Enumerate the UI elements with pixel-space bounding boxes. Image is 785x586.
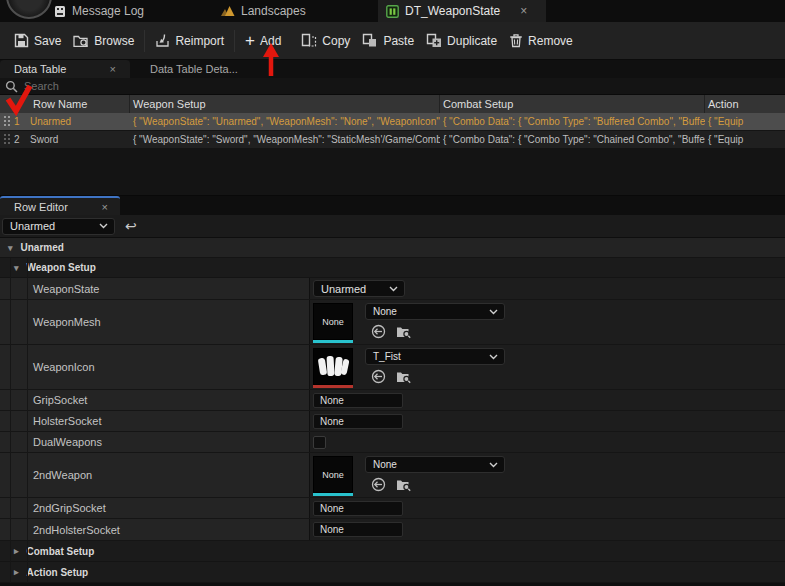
tab-dt-weaponstate[interactable]: DT_WeaponState × [378, 0, 546, 22]
2ndweapon-asset-dropdown[interactable]: None [365, 456, 505, 473]
browse-button[interactable]: Browse [71, 29, 136, 52]
property-label: GripSocket [0, 394, 87, 406]
column-header-action[interactable]: Action [705, 95, 785, 113]
property-label: DualWeapons [0, 436, 102, 448]
asset-type-underline [313, 493, 353, 496]
use-selected-asset-icon[interactable] [371, 369, 386, 384]
add-button[interactable]: + Add [243, 30, 283, 52]
property-row-2ndgripsocket: 2ndGripSocket [0, 498, 785, 519]
chevron-down-icon [489, 309, 498, 315]
tab-landscapes[interactable]: Landscapes [213, 0, 314, 22]
browse-label: Browse [94, 34, 134, 48]
tab-data-table[interactable]: Data Table × [0, 60, 130, 78]
reimport-button[interactable]: Reimport [153, 29, 226, 52]
section-unarmed[interactable]: ▾ Unarmed [0, 238, 785, 258]
unreal-data-table-editor: Message Log Landscapes DT_WeaponState × … [0, 0, 785, 586]
row-selector-bar: Unarmed ↩ [0, 215, 785, 238]
column-header-combat-setup[interactable]: Combat Setup [440, 95, 705, 113]
triangle-right-icon: ▸ [14, 546, 19, 556]
browse-to-asset-icon[interactable] [396, 477, 412, 492]
section-weapon-setup-label: Weapon Setup [27, 262, 96, 273]
section-weapon-setup[interactable]: ▾ Weapon Setup [0, 258, 785, 278]
tab-data-table-details-label: Data Table Deta... [150, 63, 238, 75]
use-selected-asset-icon[interactable] [371, 324, 386, 339]
copy-button[interactable]: Copy [299, 29, 352, 52]
duplicate-label: Duplicate [447, 34, 497, 48]
weaponmesh-asset-dropdown[interactable]: None [365, 303, 505, 320]
indent-guide [10, 258, 11, 583]
copy-icon [301, 33, 317, 48]
2ndweapon-thumbnail[interactable]: None [313, 456, 353, 496]
holstersocket-input[interactable] [313, 414, 403, 429]
weaponmesh-value: None [373, 306, 397, 317]
remove-button[interactable]: Remove [507, 29, 575, 52]
property-row-weaponstate: WeaponState Unarmed [0, 278, 785, 300]
row-drag-handle[interactable] [3, 115, 11, 128]
browse-to-asset-icon[interactable] [396, 369, 412, 384]
section-unarmed-label: Unarmed [21, 242, 64, 253]
close-tab-icon[interactable]: × [102, 201, 108, 213]
weaponstate-dropdown[interactable]: Unarmed [313, 280, 405, 297]
gripsocket-input[interactable] [313, 393, 403, 408]
copy-label: Copy [322, 34, 350, 48]
section-action-setup-label: Action Setup [27, 567, 89, 578]
row-name: Unarmed [30, 116, 130, 127]
row-select-dropdown[interactable]: Unarmed [2, 218, 115, 235]
duplicate-button[interactable]: Duplicate [424, 29, 499, 52]
tab-message-log[interactable]: Message Log [46, 0, 152, 22]
triangle-down-icon: ▾ [14, 263, 19, 273]
search-input[interactable] [24, 80, 324, 92]
property-row-weaponmesh: WeaponMesh None None [0, 300, 785, 345]
triangle-down-icon: ▾ [8, 243, 13, 253]
weaponicon-thumbnail[interactable] [313, 348, 353, 388]
close-tab-icon[interactable]: × [110, 63, 116, 75]
action-setup-cell: { "Equip [705, 134, 785, 145]
plus-icon: + [245, 34, 255, 48]
table-empty-area [0, 149, 785, 196]
paste-label: Paste [383, 34, 414, 48]
browse-to-asset-icon[interactable] [396, 324, 412, 339]
action-setup-cell: { "Equip [705, 116, 785, 127]
property-row-holstersocket: HolsterSocket [0, 411, 785, 432]
window-tab-bar: Message Log Landscapes DT_WeaponState × [0, 0, 785, 22]
table-row-sword[interactable]: 2 Sword { "WeaponState": "Sword", "Weapo… [0, 131, 785, 149]
dualweapons-checkbox[interactable] [313, 436, 326, 449]
use-selected-asset-icon[interactable] [371, 477, 386, 492]
trash-icon [509, 33, 523, 48]
reimport-label: Reimport [175, 34, 224, 48]
2ndgripsocket-input[interactable] [313, 501, 403, 516]
property-label: HolsterSocket [0, 415, 101, 427]
tab-data-table-details[interactable]: Data Table Deta... [136, 60, 252, 78]
weaponmesh-thumbnail[interactable]: None [313, 303, 353, 343]
column-header-row-name[interactable]: Row Name [0, 95, 130, 113]
property-label: 2ndWeapon [0, 469, 92, 481]
weaponicon-value: T_Fist [373, 351, 401, 362]
property-row-dualweapons: DualWeapons [0, 432, 785, 453]
property-label: WeaponIcon [0, 361, 95, 373]
tab-row-editor[interactable]: Row Editor × [0, 196, 120, 215]
message-log-icon [54, 5, 66, 18]
property-row-weaponicon: WeaponIcon [0, 345, 785, 390]
table-row-unarmed[interactable]: 1 Unarmed { "WeaponState": "Unarmed", "W… [0, 113, 785, 131]
paste-button[interactable]: Paste [360, 29, 416, 52]
combat-setup-cell: { "Combo Data": { "Combo Type": "Buffere… [440, 116, 705, 127]
row-drag-handle[interactable] [3, 133, 11, 146]
2ndholstersocket-input[interactable] [313, 522, 403, 537]
search-icon [5, 80, 18, 93]
chevron-down-icon [489, 462, 498, 468]
section-action-setup[interactable]: ▸ Action Setup [0, 562, 785, 583]
column-header-weapon-setup[interactable]: Weapon Setup [130, 95, 440, 113]
chevron-down-icon [489, 354, 498, 360]
weaponicon-asset-dropdown[interactable]: T_Fist [365, 348, 505, 365]
property-row-2ndholstersocket: 2ndHolsterSocket [0, 519, 785, 541]
indent-guide [27, 258, 28, 583]
tab-landscapes-label: Landscapes [241, 4, 306, 18]
weapon-setup-cell: { "WeaponState": "Unarmed", "WeaponMesh"… [130, 116, 440, 127]
save-button[interactable]: Save [12, 29, 63, 52]
close-tab-icon[interactable]: × [520, 4, 527, 18]
reset-to-default-icon[interactable]: ↩ [125, 219, 137, 233]
section-combat-setup[interactable]: ▸ Combat Setup [0, 541, 785, 562]
property-label: 2ndHolsterSocket [0, 524, 120, 536]
table-header: Row Name Weapon Setup Combat Setup Actio… [0, 95, 785, 113]
property-label: 2ndGripSocket [0, 502, 106, 514]
